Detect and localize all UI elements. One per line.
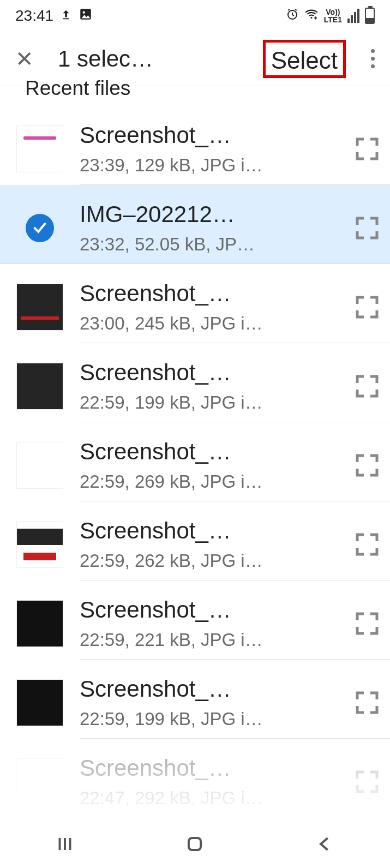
- svg-rect-5: [189, 838, 201, 850]
- file-thumbnail[interactable]: [0, 276, 80, 339]
- file-thumbnail[interactable]: [0, 592, 80, 655]
- file-name: Screenshot_…: [80, 755, 338, 781]
- file-meta: 22:59, 269 kB, JPG i…: [80, 471, 338, 492]
- svg-point-4: [310, 16, 312, 18]
- file-row[interactable]: Screenshot_…22:59, 262 kB, JPG i…: [80, 501, 390, 580]
- expand-icon[interactable]: [344, 373, 390, 399]
- expand-icon[interactable]: [344, 690, 390, 716]
- select-action-button[interactable]: Select: [263, 40, 346, 78]
- file-meta: 22:47, 292 kB, JPG i…: [80, 788, 338, 809]
- svg-point-2: [83, 11, 85, 13]
- svg-rect-0: [63, 18, 69, 19]
- file-list: Screenshot_…23:39, 129 kB, JPG i…IMG–202…: [0, 106, 390, 818]
- file-row[interactable]: IMG–202212…23:32, 52.05 kB, JP…: [0, 185, 390, 264]
- selected-check-icon: [26, 214, 54, 242]
- back-button[interactable]: [311, 830, 339, 858]
- file-meta: 23:39, 129 kB, JPG i…: [80, 155, 338, 176]
- file-row[interactable]: Screenshot_…23:39, 129 kB, JPG i…: [80, 106, 390, 185]
- alarm-icon: [286, 7, 299, 25]
- file-meta: 23:32, 52.05 kB, JP…: [80, 234, 338, 255]
- close-icon[interactable]: ✕: [15, 46, 34, 71]
- battery-icon: [365, 8, 375, 24]
- file-thumbnail[interactable]: [0, 434, 80, 497]
- section-title: Recent files: [0, 77, 390, 97]
- system-nav-bar: [0, 820, 390, 868]
- file-row[interactable]: Screenshot_…22:59, 221 kB, JPG i…: [80, 580, 390, 660]
- upload-icon: [60, 7, 72, 25]
- status-time: 23:41: [15, 7, 53, 25]
- expand-icon[interactable]: [344, 531, 390, 558]
- file-name: Screenshot_…: [80, 597, 338, 623]
- file-row[interactable]: Screenshot_…23:00, 245 kB, JPG i…: [80, 264, 390, 343]
- expand-icon[interactable]: [344, 452, 390, 478]
- file-thumbnail[interactable]: [0, 355, 80, 418]
- selection-count-title: 1 selec…: [58, 46, 183, 72]
- expand-icon[interactable]: [344, 136, 390, 162]
- expand-icon[interactable]: [344, 215, 390, 241]
- file-thumbnail[interactable]: [0, 751, 80, 813]
- network-indicator: Vo)) LTE1: [324, 8, 342, 23]
- file-row[interactable]: Screenshot_…22:47, 292 kB, JPG i…: [80, 739, 390, 818]
- expand-icon[interactable]: [344, 769, 390, 795]
- signal-icon: [347, 9, 359, 23]
- file-meta: 22:59, 262 kB, JPG i…: [80, 550, 338, 571]
- file-thumbnail[interactable]: [0, 118, 80, 181]
- file-name: Screenshot_…: [80, 280, 338, 307]
- expand-icon[interactable]: [344, 610, 390, 637]
- file-name: Screenshot_…: [80, 518, 338, 544]
- file-row[interactable]: Screenshot_…22:59, 199 kB, JPG i…: [80, 660, 390, 739]
- file-name: Screenshot_…: [80, 676, 338, 702]
- image-icon: [79, 7, 93, 25]
- file-thumbnail[interactable]: [0, 513, 80, 576]
- file-thumbnail[interactable]: [0, 672, 80, 734]
- file-row[interactable]: Screenshot_…22:59, 269 kB, JPG i…: [80, 422, 390, 501]
- file-thumbnail[interactable]: [0, 197, 80, 260]
- file-name: Screenshot_…: [80, 122, 338, 148]
- file-row[interactable]: Screenshot_…22:59, 199 kB, JPG i…: [80, 343, 390, 422]
- file-meta: 22:59, 199 kB, JPG i…: [80, 392, 338, 413]
- expand-icon[interactable]: [344, 294, 390, 320]
- file-name: Screenshot_…: [80, 439, 338, 465]
- status-bar: 23:41 Vo)) LTE1: [0, 0, 390, 32]
- wifi-icon: [304, 7, 319, 25]
- file-meta: 22:59, 199 kB, JPG i…: [80, 709, 338, 729]
- recent-apps-button[interactable]: [51, 830, 79, 858]
- file-name: Screenshot_…: [80, 360, 338, 386]
- file-meta: 23:00, 245 kB, JPG i…: [80, 313, 338, 334]
- overflow-menu-icon[interactable]: [371, 49, 375, 68]
- home-button[interactable]: [181, 830, 208, 858]
- file-meta: 22:59, 221 kB, JPG i…: [80, 630, 338, 650]
- file-name: IMG–202212…: [80, 201, 338, 228]
